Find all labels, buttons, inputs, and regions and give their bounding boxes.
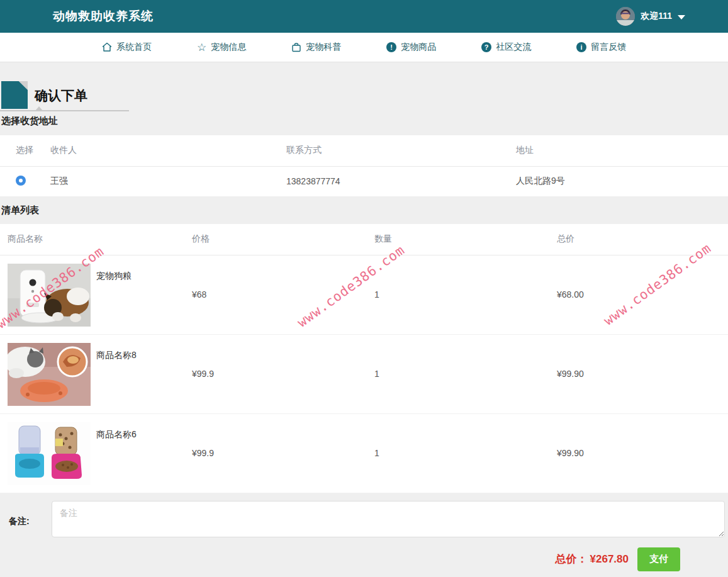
- nav-label: 社区交流: [496, 42, 531, 53]
- col-recipient: 收件人: [35, 135, 271, 166]
- product-price: ¥99.9: [184, 334, 367, 413]
- nav-label: 留言反馈: [591, 42, 626, 53]
- col-select: 选择: [0, 135, 35, 166]
- remark-row: 备注:: [0, 501, 728, 537]
- product-qty: 1: [367, 334, 549, 413]
- cart-row: 宠物狗粮 ¥68 1 ¥68.00: [0, 255, 728, 334]
- total-label: 总价：: [556, 552, 588, 566]
- address-radio-selected[interactable]: [16, 176, 26, 186]
- product-image-cat-toy: [8, 343, 91, 406]
- product-qty: 1: [367, 255, 549, 334]
- col-price: 价格: [184, 224, 367, 255]
- nav-item-feedback[interactable]: i 留言反馈: [576, 42, 626, 53]
- address-table: 选择 收件人 联系方式 地址 王强 13823877774 人民北路9号: [0, 135, 728, 196]
- address-row: 王强 13823877774 人民北路9号: [0, 166, 728, 196]
- exclamation-circle-icon: !: [386, 42, 396, 52]
- remark-input[interactable]: [52, 501, 725, 537]
- bag-icon: [291, 42, 301, 52]
- nav-item-home[interactable]: 系统首页: [102, 42, 152, 53]
- product-qty: 1: [367, 413, 549, 493]
- product-name: 商品名称8: [96, 350, 137, 361]
- nav-label: 宠物信息: [211, 42, 246, 53]
- nav-label: 系统首页: [116, 42, 152, 53]
- address-header-row: 选择 收件人 联系方式 地址: [0, 135, 728, 166]
- nav-item-pet-info[interactable]: ☆ 宠物信息: [197, 42, 246, 53]
- order-confirm-page: 动物救助收养系统 欢迎111 系统首页 ☆ 宠物信息: [0, 0, 728, 577]
- recipient-name: 王强: [35, 166, 271, 196]
- main-nav: 系统首页 ☆ 宠物信息 宠物科普 ! 宠物商品 ? 社区交流 i 留言反馈: [0, 33, 728, 62]
- recipient-phone: 13823877774: [271, 166, 500, 196]
- product-price: ¥99.9: [184, 413, 367, 493]
- product-total: ¥99.90: [549, 334, 728, 413]
- welcome-text: 欢迎111: [641, 11, 672, 22]
- product-name: 商品名称6: [96, 429, 137, 440]
- address-section-heading: 选择收货地址: [1, 115, 728, 127]
- cart-section-heading: 清单列表: [0, 196, 728, 224]
- title-underline: [0, 110, 129, 111]
- product-total: ¥68.00: [549, 255, 728, 334]
- remark-label: 备注:: [0, 501, 52, 537]
- summary-row: 总价： ¥267.80 支付: [0, 547, 728, 571]
- info-circle-icon: i: [576, 42, 586, 52]
- col-qty: 数量: [367, 224, 549, 255]
- app-title: 动物救助收养系统: [53, 8, 154, 25]
- product-image-gravity-feeders: [8, 422, 91, 485]
- home-icon: [102, 42, 112, 52]
- question-circle-icon: ?: [481, 42, 491, 52]
- nav-item-pet-science[interactable]: 宠物科普: [291, 42, 341, 53]
- col-total: 总价: [549, 224, 728, 255]
- col-address: 地址: [500, 135, 728, 166]
- nav-item-pet-shop[interactable]: ! 宠物商品: [386, 42, 436, 53]
- nav-item-community[interactable]: ? 社区交流: [481, 42, 531, 53]
- page-title-block: 确认下单: [0, 81, 728, 111]
- star-icon: ☆: [197, 42, 206, 53]
- product-total: ¥99.90: [549, 413, 728, 493]
- col-phone: 联系方式: [271, 135, 500, 166]
- cart-row: 商品名称6 ¥99.9 1 ¥99.90: [0, 413, 728, 493]
- product-name: 宠物狗粮: [96, 271, 132, 282]
- recipient-address: 人民北路9号: [500, 166, 728, 196]
- nav-label: 宠物商品: [401, 42, 436, 53]
- nav-label: 宠物科普: [306, 42, 341, 53]
- app-header: 动物救助收养系统 欢迎111: [0, 0, 728, 33]
- cart-row: 商品名称8 ¥99.9 1 ¥99.90: [0, 334, 728, 413]
- product-image-dog-food-feeder: [8, 264, 91, 327]
- pay-button[interactable]: 支付: [637, 547, 680, 571]
- total-value: ¥267.80: [590, 553, 629, 566]
- chevron-down-icon: [678, 15, 685, 20]
- col-product-name: 商品名称: [0, 224, 184, 255]
- avatar: [616, 7, 635, 26]
- cart-table: 商品名称 价格 数量 总价: [0, 224, 728, 493]
- cart-header-row: 商品名称 价格 数量 总价: [0, 224, 728, 255]
- user-menu[interactable]: 欢迎111: [616, 7, 685, 26]
- product-price: ¥68: [184, 255, 367, 334]
- page-title: 确认下单: [35, 87, 87, 104]
